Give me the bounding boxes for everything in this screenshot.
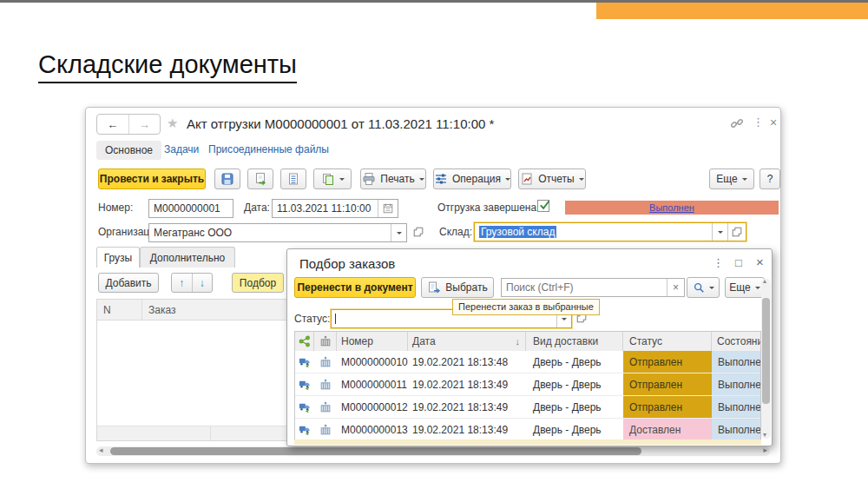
scroll-down-icon[interactable]: ▾	[763, 431, 766, 439]
column-status[interactable]: Статус	[623, 332, 712, 351]
tab-cargo[interactable]: Грузы	[96, 247, 140, 268]
post-document-button[interactable]	[247, 169, 273, 189]
warehouse-combobox[interactable]: Грузовой склад	[474, 222, 746, 241]
table-row[interactable]: М0000000013 19.02.2021 18:13:49 Дверь - …	[295, 418, 760, 440]
column-number[interactable]: Номер	[337, 332, 408, 351]
save-button[interactable]	[214, 169, 240, 189]
horizontal-scrollbar[interactable]: ◂ ▸	[96, 446, 770, 456]
add-button[interactable]: Добавить	[98, 273, 159, 293]
print-button[interactable]: Печать	[360, 169, 426, 189]
order-number: М0000000013	[337, 419, 408, 440]
post-and-close-button[interactable]: Провести и закрыть	[98, 169, 206, 189]
window-title: Акт отгрузки М0000000001 от 11.03.2021 1…	[187, 116, 494, 131]
order-date: 19.02.2021 18:13:48	[408, 351, 526, 373]
kebab-menu-icon[interactable]: ⋮	[713, 256, 724, 269]
favorite-star-icon[interactable]: ★	[167, 116, 178, 131]
truck-icon	[299, 356, 311, 368]
number-field[interactable]: М0000000001	[148, 199, 233, 218]
operation-label: Операция	[452, 173, 501, 185]
vertical-scrollbar[interactable]: ▴ ▾	[761, 279, 771, 439]
cargo-column-header[interactable]	[314, 332, 337, 351]
tab-attached-files[interactable]: Присоединенные файлы	[208, 143, 329, 155]
orders-table-header: Номер Дата↓ Вид доставки Статус Состояни…	[295, 332, 760, 351]
maximize-icon[interactable]: □	[735, 256, 742, 269]
date-field[interactable]: 11.03.2021 11:10:00	[272, 199, 398, 218]
chevron-down-icon	[755, 287, 760, 292]
chevron-down-icon	[562, 318, 567, 323]
print-label: Печать	[380, 173, 414, 185]
number-value: М0000000001	[149, 202, 233, 215]
printer-icon	[362, 172, 376, 186]
slide-accent-bar	[596, 0, 868, 19]
open-organization-icon[interactable]	[412, 226, 424, 238]
calendar-button[interactable]	[378, 200, 398, 217]
register-list-icon	[286, 172, 300, 186]
scrollbar-thumb[interactable]	[110, 447, 641, 455]
warehouse-value-selected: Грузовой склад	[479, 226, 556, 238]
status-badge: Отправлен	[623, 396, 712, 418]
close-icon[interactable]: ×	[756, 254, 764, 269]
pick-button[interactable]: Подбор	[232, 273, 284, 293]
copy-menu-button[interactable]	[313, 169, 352, 189]
status-banner-link[interactable]: Выполнен	[649, 202, 694, 213]
organization-combobox[interactable]: Мегатранс ООО	[148, 223, 407, 242]
share-column-header[interactable]	[295, 332, 314, 351]
scroll-left-icon[interactable]: ◂	[99, 446, 103, 454]
delivery-type: Дверь - Дверь	[526, 419, 623, 440]
move-up-button[interactable]: ↑	[172, 274, 192, 292]
table-row[interactable]: М0000000011 19.02.2021 18:13:49 Дверь - …	[295, 373, 760, 395]
link-icon[interactable]	[730, 116, 744, 130]
dropdown-button[interactable]	[712, 223, 727, 241]
truck-icon	[299, 401, 311, 413]
transfer-to-document-button[interactable]: Перенести в документ	[294, 277, 416, 298]
order-picker-dialog: Подбор заказов ⋮ □ × Перенести в докумен…	[286, 248, 773, 446]
delivery-type: Дверь - Дверь	[526, 396, 623, 418]
column-state[interactable]: Состояние	[712, 332, 760, 351]
container-icon	[319, 424, 332, 436]
tab-main[interactable]: Основное	[96, 141, 161, 160]
tab-tasks[interactable]: Задачи	[164, 143, 199, 155]
scrollbar-thumb[interactable]	[762, 298, 770, 404]
status-badge: Отправлен	[623, 373, 712, 395]
shipping-done-checkbox[interactable]	[537, 200, 549, 212]
open-icon	[731, 226, 743, 238]
organization-value: Мегатранс ООО	[149, 227, 391, 239]
search-options-button[interactable]	[687, 277, 720, 298]
reports-button[interactable]: Отчеты	[518, 169, 586, 189]
kebab-menu-icon[interactable]: ⋮	[753, 116, 764, 129]
column-n[interactable]: N	[97, 300, 142, 320]
scroll-right-icon[interactable]: ▸	[763, 446, 767, 454]
search-icon	[693, 281, 705, 294]
history-nav[interactable]: ← →	[96, 114, 161, 135]
page-title: Складские документы	[38, 50, 297, 83]
sort-descending-icon: ↓	[516, 336, 521, 347]
chevron-down-icon	[718, 231, 723, 236]
select-button[interactable]: Выбрать	[421, 277, 494, 298]
open-warehouse-button[interactable]	[727, 223, 746, 241]
show-movements-button[interactable]	[280, 169, 306, 189]
forward-arrow-icon[interactable]: →	[128, 115, 161, 134]
dropdown-button[interactable]	[391, 224, 406, 241]
close-icon[interactable]: ×	[770, 116, 777, 129]
slide-top-rule	[0, 0, 868, 3]
scroll-up-icon[interactable]: ▴	[763, 277, 766, 285]
back-arrow-icon[interactable]: ←	[97, 115, 128, 134]
dialog-footer-strip	[294, 439, 761, 445]
tab-additional[interactable]: Дополнительно	[140, 247, 235, 268]
delivery-type: Дверь - Дверь	[526, 373, 623, 395]
help-button[interactable]: ?	[760, 169, 780, 189]
table-row[interactable]: М0000000012 19.02.2021 18:13:49 Дверь - …	[295, 395, 760, 418]
table-row[interactable]: М0000000010 19.02.2021 18:13:48 Дверь - …	[295, 351, 760, 373]
more-label: Еще	[729, 281, 750, 294]
state-badge: Выполнен	[712, 351, 760, 373]
container-icon	[319, 356, 332, 368]
clear-search-icon[interactable]: ×	[667, 279, 684, 296]
move-down-button[interactable]: ↓	[192, 274, 213, 292]
operation-button[interactable]: Операция	[433, 169, 511, 189]
order-number: М0000000011	[337, 373, 408, 395]
more-button[interactable]: Еще	[709, 169, 754, 189]
dialog-more-button[interactable]: Еще	[725, 277, 765, 298]
column-delivery[interactable]: Вид доставки	[526, 332, 623, 351]
search-input[interactable]	[502, 281, 667, 294]
column-date[interactable]: Дата↓	[408, 332, 526, 351]
